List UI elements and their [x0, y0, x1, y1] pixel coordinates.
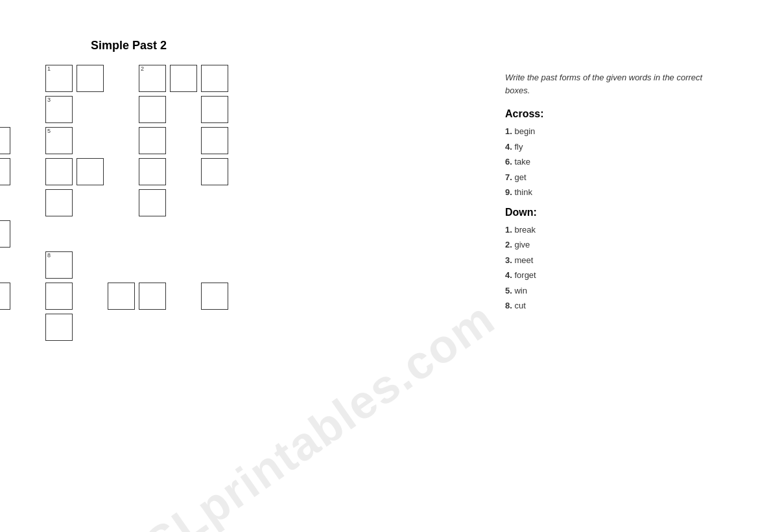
cell-0-r3[interactable]: 5 — [45, 127, 73, 154]
across-section: Across: 1. begin 4. fly 6. take 7. get 9… — [505, 108, 713, 199]
cell-3-r8[interactable] — [139, 283, 166, 310]
cell-2-r1[interactable] — [77, 65, 104, 92]
down-clue-5: 5. win — [505, 284, 713, 297]
cell-n1-r8[interactable] — [0, 283, 10, 310]
instructions-text: Write the past forms of the given words … — [505, 71, 713, 97]
down-clue-3: 3. meet — [505, 254, 713, 267]
cell-3-r3[interactable] — [139, 127, 166, 154]
across-clue-1: 1. begin — [505, 125, 713, 138]
clue-number-1: 1 — [46, 65, 52, 73]
down-clue-1: 1. break — [505, 224, 713, 237]
cell-0-r8[interactable] — [45, 283, 73, 310]
cell-4-r1[interactable] — [170, 65, 197, 92]
cell-0-r5[interactable] — [45, 189, 73, 216]
down-title: Down: — [505, 207, 713, 218]
cell-1-r1[interactable]: 1 — [45, 65, 73, 92]
watermark: ESLprintables.com — [110, 292, 504, 532]
down-section: Down: 1. break 2. give 3. meet 4. forget… — [505, 207, 713, 312]
clue-number-3: 3 — [46, 97, 52, 104]
cell-5-r3[interactable] — [201, 127, 228, 154]
across-clue-7: 7. get — [505, 171, 713, 184]
cell-n1-r3[interactable] — [0, 127, 10, 154]
down-clue-8: 8. cut — [505, 299, 713, 312]
clue-number-5: 5 — [46, 128, 52, 135]
cell-1-r2[interactable]: 3 — [45, 96, 73, 123]
cell-0-r9[interactable] — [45, 314, 73, 341]
clue-number-2: 2 — [139, 65, 145, 73]
across-clue-9: 9. think — [505, 186, 713, 199]
across-title: Across: — [505, 108, 713, 120]
cell-2-r8[interactable] — [108, 283, 135, 310]
cell-3-r5[interactable] — [139, 189, 166, 216]
across-clue-4: 4. fly — [505, 141, 713, 154]
cell-3-r4[interactable] — [139, 158, 166, 185]
cell-1-r4[interactable] — [77, 158, 104, 185]
cell-5-r4[interactable] — [201, 158, 228, 185]
cell-3-r1[interactable]: 2 — [139, 65, 166, 92]
cell-5-r2[interactable] — [201, 96, 228, 123]
across-clue-6: 6. take — [505, 156, 713, 168]
down-clue-2: 2. give — [505, 238, 713, 251]
cell-0-r4[interactable] — [45, 158, 73, 185]
cell-n1-r6[interactable] — [0, 220, 10, 248]
instructions-panel: Write the past forms of the given words … — [505, 71, 713, 320]
clue-number-8: 8 — [46, 252, 52, 259]
cell-5-r8[interactable] — [201, 283, 228, 310]
cell-0-r7[interactable]: 8 — [45, 251, 73, 279]
cell-5-r1[interactable] — [201, 65, 228, 92]
page-title: Simple Past 2 — [91, 39, 167, 52]
cell-n1-r4[interactable]: 6 — [0, 158, 10, 185]
cell-3-r2[interactable] — [139, 96, 166, 123]
down-clue-4: 4. forget — [505, 269, 713, 282]
